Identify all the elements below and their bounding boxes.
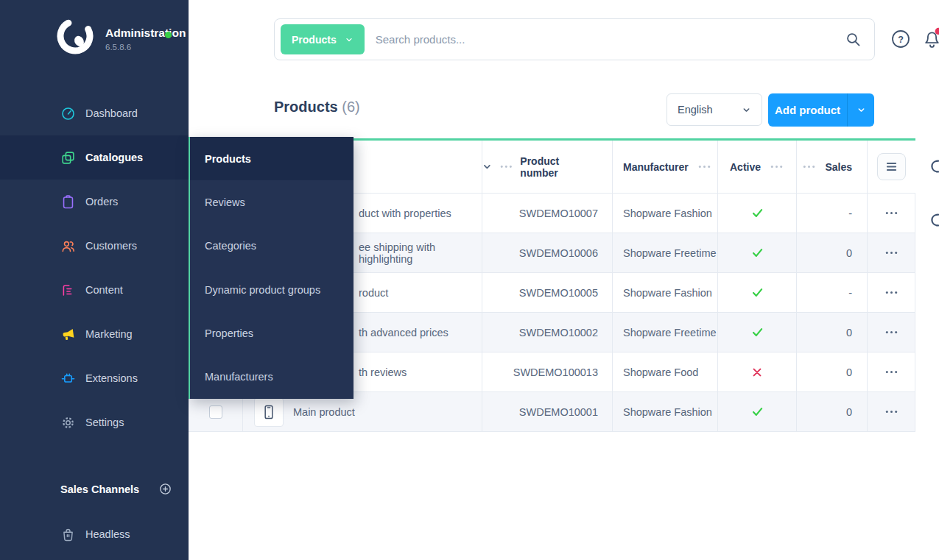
flyout-menu-item-label: Reviews — [205, 196, 245, 208]
language-select-value: English — [678, 104, 713, 116]
search-input[interactable] — [365, 33, 845, 46]
column-menu-icon[interactable] — [803, 165, 815, 169]
sidebar-item-icon — [60, 327, 76, 342]
product-name[interactable]: th reviews — [359, 366, 407, 378]
product-number: SWDEMO10007 — [519, 208, 598, 219]
row-product-number-cell: SWDEMO10005 — [482, 273, 613, 312]
manufacturer: Shopware Fashion — [623, 287, 712, 299]
smartbar: Products (6) English Add product — [189, 77, 939, 141]
sidebar-item-label: Marketing — [85, 328, 133, 340]
product-name[interactable]: duct with properties — [359, 208, 451, 219]
sales-channel-item[interactable]: Headless — [0, 512, 189, 556]
context-menu-icon[interactable] — [885, 330, 898, 334]
context-menu-icon[interactable] — [885, 291, 898, 294]
page-count: (6) — [342, 99, 359, 115]
product-number: SWDEMO10006 — [519, 247, 598, 259]
search-scope-chip[interactable]: Products — [281, 24, 365, 54]
sales-channel-icon — [60, 527, 76, 542]
row-sales-cell: - — [797, 273, 868, 312]
svg-text:?: ? — [898, 35, 904, 45]
header-product-number-cell: Product number — [482, 141, 613, 193]
column-menu-icon[interactable] — [500, 165, 513, 169]
help-icon[interactable]: ? — [891, 29, 910, 49]
flyout-menu-item-label: Properties — [205, 327, 253, 339]
grid-settings-icon — [886, 162, 897, 171]
flyout-menu-item[interactable]: Reviews — [190, 180, 354, 224]
row-product-number-cell: SWDEMO10002 — [482, 313, 613, 352]
search-scope-label: Products — [292, 34, 337, 46]
sidebar-item-icon — [60, 238, 76, 254]
row-checkbox[interactable] — [209, 405, 222, 419]
row-product-number-cell: SWDEMO100013 — [482, 352, 613, 391]
language-select[interactable]: English — [667, 93, 762, 126]
sidebar-item-label: Extensions — [85, 372, 138, 384]
shopware-logo[interactable] — [56, 17, 94, 55]
active-check-icon — [751, 326, 764, 339]
flyout-menu-item[interactable]: Categories — [190, 224, 354, 268]
sidebar-item-icon — [60, 150, 76, 166]
chevron-down-icon — [742, 105, 751, 115]
add-sales-channel-icon[interactable] — [158, 482, 172, 496]
chevron-down-icon — [345, 35, 354, 44]
row-context-cell — [868, 352, 915, 391]
context-menu-icon[interactable] — [885, 410, 898, 414]
sidebar-item[interactable]: Customers — [0, 224, 189, 268]
product-number: SWDEMO10005 — [519, 287, 598, 299]
row-sales-cell: - — [797, 194, 868, 233]
row-manufacturer-cell: Shopware Freetime — [613, 313, 718, 352]
row-sales-cell: 0 — [797, 392, 868, 431]
context-menu-icon[interactable] — [885, 211, 898, 215]
chevron-down-icon — [857, 105, 866, 115]
header-sales-cell: Sales — [797, 141, 868, 193]
product-name[interactable]: Main product — [293, 406, 355, 418]
product-name[interactable]: roduct — [359, 287, 388, 299]
context-menu-icon[interactable] — [885, 370, 898, 374]
active-check-icon — [751, 207, 764, 219]
sort-desc-icon[interactable] — [482, 163, 492, 171]
header-manufacturer-label[interactable]: Manufacturer — [623, 161, 689, 173]
sidebar-item[interactable]: Dashboard — [0, 91, 189, 135]
row-active-cell — [718, 194, 797, 233]
manufacturer: Shopware Fashion — [623, 208, 712, 219]
grid-settings-button[interactable] — [877, 153, 906, 180]
flyout-menu-item[interactable]: Products — [190, 137, 354, 180]
sales-channels-label: Sales Channels — [60, 483, 139, 495]
flyout-menu-item[interactable]: Properties — [190, 311, 354, 355]
sidebar-item[interactable]: Catalogues — [0, 135, 189, 180]
sidebar: Administration 6.5.8.6 Dashboard Catalog… — [0, 0, 189, 560]
column-menu-icon[interactable] — [770, 165, 783, 169]
sidebar-item[interactable]: Marketing — [0, 312, 189, 356]
flyout-menu-item[interactable]: Dynamic product groups — [190, 268, 354, 311]
search-icon[interactable] — [845, 31, 862, 48]
sidebar-item-icon — [60, 106, 76, 121]
sales-channels-header: Sales Channels — [60, 482, 172, 496]
product-name[interactable]: th advanced prices — [359, 327, 449, 339]
row-manufacturer-cell: Shopware Fashion — [613, 392, 718, 431]
sales-value: - — [848, 208, 852, 219]
sidebar-item[interactable]: Extensions — [0, 356, 189, 400]
row-active-cell — [718, 352, 797, 391]
header-product-number-label[interactable]: Product number — [520, 155, 598, 179]
row-sales-cell: 0 — [797, 233, 868, 272]
row-context-cell — [868, 313, 915, 352]
flyout-menu-item-label: Products — [205, 153, 251, 165]
active-check-icon — [751, 286, 764, 299]
product-name[interactable]: ee shipping with highlighting — [359, 241, 482, 265]
notification-bell-icon[interactable] — [921, 26, 939, 50]
context-menu-icon[interactable] — [885, 251, 898, 255]
header-sales-label[interactable]: Sales — [825, 161, 852, 173]
header-settings-cell — [868, 141, 915, 193]
sidebar-item[interactable]: Settings — [0, 400, 189, 444]
column-menu-icon[interactable] — [698, 165, 711, 169]
sales-value: 0 — [846, 247, 852, 259]
sidebar-item[interactable]: Orders — [0, 180, 189, 224]
sales-channel-nav: Headless — [0, 512, 189, 556]
notification-dot — [935, 28, 939, 35]
phone-icon — [261, 404, 276, 420]
sidebar-item[interactable]: Content — [0, 268, 189, 312]
status-dot — [165, 32, 172, 38]
header-active-label[interactable]: Active — [730, 161, 761, 173]
add-product-button[interactable]: Add product — [768, 93, 874, 127]
add-product-dropdown-toggle[interactable] — [848, 105, 874, 115]
flyout-menu-item[interactable]: Manufacturers — [190, 355, 354, 399]
